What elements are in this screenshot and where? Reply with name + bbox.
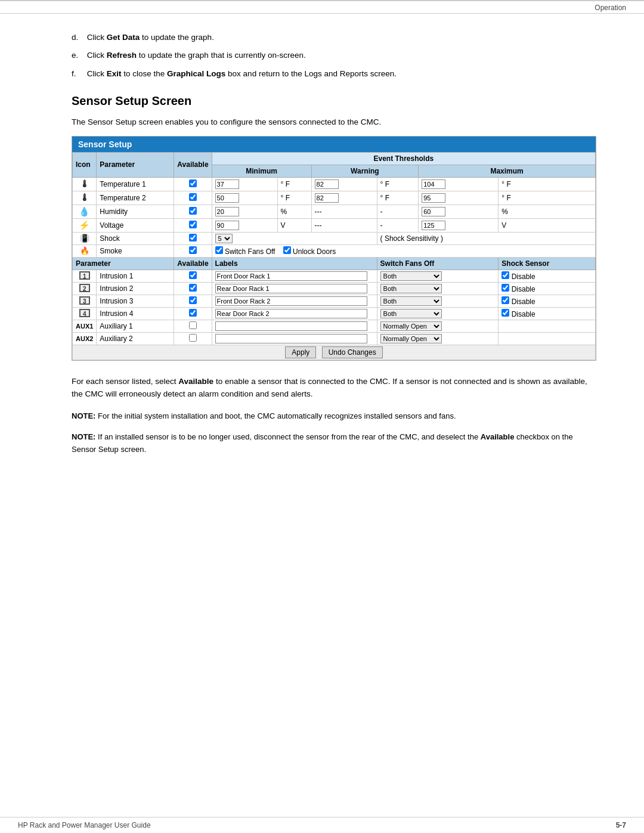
icon-temp1: 🌡 (73, 177, 97, 191)
th-parameter: Parameter (97, 152, 174, 177)
step-f: f. Click Exit to close the Graphical Log… (72, 68, 596, 80)
icon-smoke: 🔥 (73, 244, 97, 257)
fans-intrusion1[interactable]: BothNormally OpenNormally Closed (377, 270, 499, 282)
disable-intrusion4[interactable]: Disable (499, 307, 596, 320)
footer-left: HP Rack and Power Manager User Guide (18, 821, 151, 829)
disable-aux1 (499, 320, 596, 332)
disable-intrusion2[interactable]: Disable (499, 282, 596, 295)
avail-humidity[interactable] (174, 205, 212, 218)
min-temp1[interactable] (212, 177, 277, 191)
param-humidity: Humidity (97, 205, 174, 218)
avail-aux1[interactable] (174, 320, 212, 332)
avail-intrusion1[interactable] (174, 270, 212, 282)
th-minimum: Minimum (212, 165, 311, 177)
avail-intrusion3[interactable] (174, 295, 212, 307)
min-temp2[interactable] (212, 191, 277, 205)
fans-select-aux1[interactable]: Normally OpenBothNormally Closed (380, 321, 442, 331)
avail-aux2[interactable] (174, 332, 212, 345)
fans-select-1[interactable]: BothNormally OpenNormally Closed (380, 271, 442, 281)
note2: NOTE: If an installed sensor is to be no… (72, 431, 596, 456)
action-row: Apply Undo Changes (73, 345, 596, 360)
param-temp1: Temperature 1 (97, 177, 174, 191)
fans-select-aux2[interactable]: Normally OpenBothNormally Closed (380, 334, 442, 343)
warn-humidity: --- (311, 205, 377, 218)
fans-intrusion2[interactable]: BothNormally OpenNormally Closed (377, 282, 499, 295)
fans-aux1[interactable]: Normally OpenBothNormally Closed (377, 320, 499, 332)
body-paragraph: For each sensor listed, select Available… (72, 375, 596, 401)
min-voltage[interactable] (212, 218, 277, 232)
label-aux2[interactable] (212, 332, 377, 345)
label-aux1[interactable] (212, 320, 377, 332)
section-label: Operation (595, 4, 626, 12)
warn-unit-voltage: - (377, 218, 419, 232)
label-intrusion4[interactable] (212, 307, 377, 320)
disable-intrusion1[interactable]: Disable (499, 270, 596, 282)
action-cell: Apply Undo Changes (73, 345, 596, 360)
avail-voltage[interactable] (174, 218, 212, 232)
disable-cb-4[interactable] (501, 309, 509, 317)
max-unit-temp2: ° F (499, 191, 596, 205)
fans-select-4[interactable]: BothNormally OpenNormally Closed (380, 309, 442, 318)
max-unit-voltage: V (499, 218, 596, 232)
avail-temp2[interactable] (174, 191, 212, 205)
note1: NOTE: For the initial system installatio… (72, 410, 596, 423)
max-humidity[interactable] (419, 205, 499, 218)
step-list: d. Click Get Data to update the graph. e… (72, 32, 596, 80)
table-row: 4 Intrusion 4 BothNormally OpenNormally … (73, 307, 596, 320)
max-temp2[interactable] (419, 191, 499, 205)
fans-select-3[interactable]: BothNormally OpenNormally Closed (380, 296, 442, 306)
min-unit-temp1: ° F (277, 177, 311, 191)
th-event-thresholds: Event Thresholds (212, 152, 595, 165)
unlock-doors-checkbox[interactable] (283, 246, 291, 254)
prefix-aux2: AUX2 (73, 332, 97, 345)
fans-intrusion4[interactable]: BothNormally OpenNormally Closed (377, 307, 499, 320)
table-row: 3 Intrusion 3 BothNormally OpenNormally … (73, 295, 596, 307)
icon-intrusion4: 4 (73, 307, 97, 320)
unlock-doors-label: Unlock Doors (293, 247, 336, 256)
max-voltage[interactable] (419, 218, 499, 232)
apply-button[interactable]: Apply (285, 346, 316, 358)
step-f-letter: f. (72, 68, 85, 80)
label-intrusion1[interactable] (212, 270, 377, 282)
shock-select[interactable]: 54321 (215, 234, 233, 243)
avail-smoke[interactable] (174, 244, 212, 257)
label-intrusion3[interactable] (212, 295, 377, 307)
avail-intrusion2[interactable] (174, 282, 212, 295)
undo-button[interactable]: Undo Changes (322, 346, 383, 358)
main-content: d. Click Get Data to update the graph. e… (0, 14, 644, 500)
sensor-setup-title: Sensor Setup (72, 137, 596, 152)
param-voltage: Voltage (97, 218, 174, 232)
disable-cb-1[interactable] (501, 271, 509, 279)
icon-intrusion1: 1 (73, 270, 97, 282)
table-row: 📳 Shock 54321 ( Shock Sensitivity ) (73, 232, 596, 244)
disable-intrusion3[interactable]: Disable (499, 295, 596, 307)
shock-value-cell[interactable]: 54321 (212, 232, 377, 244)
min-humidity[interactable] (212, 205, 277, 218)
fans-aux2[interactable]: Normally OpenBothNormally Closed (377, 332, 499, 345)
warn-temp1[interactable] (311, 177, 377, 191)
warn-unit-temp2: ° F (377, 191, 419, 205)
warn-temp2[interactable] (311, 191, 377, 205)
max-temp1[interactable] (419, 177, 499, 191)
fans-intrusion3[interactable]: BothNormally OpenNormally Closed (377, 295, 499, 307)
label-intrusion2[interactable] (212, 282, 377, 295)
switch-fans-checkbox[interactable] (215, 246, 223, 254)
avail-temp1[interactable] (174, 177, 212, 191)
disable-cb-3[interactable] (501, 296, 509, 304)
prefix-aux1: AUX1 (73, 320, 97, 332)
disable-cb-2[interactable] (501, 284, 509, 292)
step-e-letter: e. (72, 49, 85, 61)
th-intrusion-fans: Switch Fans Off (377, 257, 499, 270)
footer-right: 5-7 (616, 821, 626, 829)
param-aux1: Auxiliary 1 (97, 320, 174, 332)
fans-select-2[interactable]: BothNormally OpenNormally Closed (380, 284, 442, 293)
avail-intrusion4[interactable] (174, 307, 212, 320)
icon-voltage: ⚡ (73, 218, 97, 232)
step-d-letter: d. (72, 32, 85, 44)
sensor-table: Icon Parameter Available Event Threshold… (72, 152, 596, 360)
avail-shock[interactable] (174, 232, 212, 244)
th-icon: Icon (73, 152, 97, 177)
th-warning: Warning (311, 165, 419, 177)
step-d: d. Click Get Data to update the graph. (72, 32, 596, 44)
param-shock: Shock (97, 232, 174, 244)
